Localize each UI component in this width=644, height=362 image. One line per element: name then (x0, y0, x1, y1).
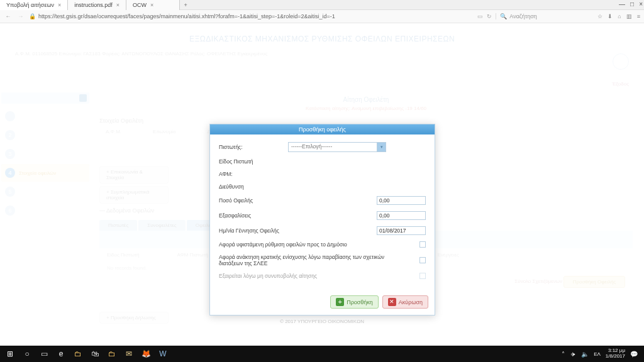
gov-logo (613, 53, 629, 70)
url-bar[interactable]: 🔒 https://test.gsis.gr/dsae/ocwrequest/f… (29, 13, 362, 19)
edge-icon[interactable]: e (53, 347, 69, 361)
word-icon[interactable]: W (155, 347, 170, 361)
add-debt-modal: Προσθήκη οφειλής Πιστωτής: ------Επιλογή… (209, 124, 435, 315)
system-tray: ˄ 🕩 🔈 ΕΛ 3:12 μμ 1/8/2017 💬 (562, 348, 641, 359)
explorer2-icon[interactable]: 🗀 (104, 347, 119, 361)
chevron-down-icon[interactable]: ▾ (377, 143, 386, 151)
nav-back-icon[interactable]: ← (4, 13, 13, 19)
taskview-icon[interactable]: ▭ (36, 347, 52, 361)
panel-debtor: Στοιχεία Οφειλέτη (99, 118, 633, 124)
lbl-gendate: Ημ/νία Γέννησης Οφειλής (219, 228, 288, 234)
tab-3-title: OCW (133, 2, 147, 8)
lbl-creditor: Πιστωτής: (219, 144, 288, 150)
nav-forward-icon[interactable]: → (16, 13, 25, 19)
tab-3-close-icon[interactable]: × (150, 2, 153, 8)
page-title: ΕΞΩΔΙΚΑΣΤΙΚΟΣ ΜΗΧΑΝΙΣΜΟΣ ΡΥΘΜΙΣΗΣ ΟΦΕΙΛΩ… (0, 23, 644, 48)
section-title: Αίτηση Οφειλέτη (99, 96, 633, 103)
logout-link[interactable]: Έξοδος (612, 81, 629, 87)
window-maximize-icon[interactable]: □ (630, 1, 634, 8)
windows-taskbar: ⊞ ○ ▭ e 🗀 🛍 🗀 ✉ 🦊 W ˄ 🕩 🔈 ΕΛ 3:12 μμ 1/8… (0, 346, 644, 362)
url-text: https://test.gsis.gr/dsae/ocwrequest/fac… (38, 13, 335, 19)
chk-state-aid[interactable] (419, 257, 426, 263)
lbl-afm: ΑΦΜ: (219, 171, 288, 177)
browser-tabstrip: Υποβολή αιτήσεων× instructions.pdf× OCW×… (0, 0, 644, 10)
sidebar-search[interactable] (1, 92, 89, 104)
gendate-input[interactable] (377, 226, 426, 235)
lbl-address: Διεύθυνση (219, 184, 288, 190)
search-box[interactable]: 🔍 Αναζήτηση (496, 13, 590, 19)
amount-input[interactable] (377, 196, 426, 205)
download-icon[interactable]: ⬇ (608, 13, 613, 19)
sidebar-icon[interactable]: ▥ (626, 13, 632, 19)
breadcrumb: Α.Φ.Μ. 011068525 Επώνυμο: ΓΑΣ183 Φορέας:… (0, 48, 644, 59)
wizard-sidebar: 2 3 4Στοιχεία οφειλών 5 6 (1, 92, 89, 221)
security-input[interactable] (377, 211, 426, 220)
lock-icon: 🔒 (29, 13, 36, 19)
modal-title: Προσθήκη οφειλής (210, 124, 435, 134)
step-4[interactable]: 4Στοιχεία οφειλών (1, 164, 89, 182)
store-icon[interactable]: 🛍 (87, 347, 103, 361)
close-icon (388, 298, 396, 306)
plus-icon (336, 298, 344, 306)
reader-icon[interactable]: ▭ (477, 13, 483, 19)
lbl-creditor-type: Είδος Πιστωτή (219, 158, 288, 165)
modal-cancel-button[interactable]: Ακύρωση (382, 295, 428, 309)
cortana-icon[interactable]: ○ (19, 347, 35, 361)
lbl-chk1: Αφορά υφιστάμενη ρύθμιση οφειλών προς το… (219, 241, 370, 248)
bookmark-icon[interactable]: ☆ (597, 13, 602, 19)
creditor-select[interactable]: ------Επιλογή------ ▾ (288, 142, 386, 152)
creditor-select-value: ------Επιλογή------ (291, 143, 332, 150)
chk-public-debt[interactable] (419, 241, 426, 248)
window-minimize-icon[interactable]: — (619, 1, 625, 8)
modal-cancel-label: Ακύρωση (399, 299, 423, 305)
tray-date: 1/8/2017 (606, 354, 625, 359)
tray-notifications-icon[interactable]: 💬 (630, 351, 638, 358)
browser-toolbar: ← → 🔒 https://test.gsis.gr/dsae/ocwreque… (0, 10, 644, 23)
window-close-icon[interactable]: × (639, 1, 643, 8)
reload-icon[interactable]: ↻ (487, 13, 492, 19)
step-5[interactable]: 5 (1, 183, 89, 200)
tab-1-title: Υποβολή αιτήσεων (6, 2, 54, 8)
tab-1[interactable]: Υποβολή αιτήσεων× (0, 0, 68, 10)
mail-icon[interactable]: ✉ (121, 347, 136, 361)
step-2[interactable]: 2 (1, 126, 89, 144)
menu-icon[interactable]: ≡ (637, 13, 640, 19)
lbl-amount: Ποσό Οφειλής (219, 197, 288, 204)
explorer-icon[interactable]: 🗀 (70, 347, 86, 361)
status-line: Κατάσταση αίτησης: Αναμονή επιβεβαίωσης … (99, 106, 633, 111)
firefox-icon[interactable]: 🦊 (138, 347, 153, 361)
tray-lang[interactable]: ΕΛ (594, 351, 601, 357)
search-icon: 🔍 (500, 13, 507, 19)
tray-clock[interactable]: 3:12 μμ 1/8/2017 (606, 348, 625, 359)
accordion-extra[interactable]: + Συμπληρωματικά στοιχεία (99, 186, 169, 204)
step-1[interactable] (1, 107, 89, 125)
tab-add-button[interactable]: + (180, 0, 191, 10)
modal-submit-button[interactable]: Προσθήκη (330, 295, 379, 309)
start-button[interactable]: ⊞ (3, 347, 18, 361)
tray-chevron-icon[interactable]: ˄ (562, 351, 565, 358)
chk-excluded (419, 273, 426, 279)
tab-2-title: instructions.pdf (74, 2, 113, 8)
tab-codebtors[interactable]: Συνοφειλέτες (138, 220, 185, 231)
tray-volume-icon[interactable]: 🔈 (581, 351, 589, 358)
step-3[interactable]: 3 (1, 145, 89, 163)
tab-creditors[interactable]: Πιστωτές (99, 220, 137, 231)
tab-3[interactable]: OCW× (126, 0, 180, 10)
accordion-contact[interactable]: + Επικοινωνία & Στοιχεία (99, 166, 169, 184)
tab-1-close-icon[interactable]: × (58, 2, 61, 8)
tab-2-close-icon[interactable]: × (116, 2, 119, 8)
modal-submit-label: Προσθήκη (347, 299, 373, 305)
page-footer: © 2017 ΥΠΟΥΡΓΕΙΟ ΟΙΚΟΝΟΜΙΚΩΝ (0, 319, 644, 324)
add-debt-button[interactable]: Προσθήκη Οφειλής (564, 276, 625, 288)
lbl-chk3: Εξαιρείται λόγω μη συνυποβολής αίτησης (219, 273, 370, 279)
lbl-chk2: Αφορά ανάκτηση κρατικής ενίσχυσης λόγω π… (219, 254, 400, 266)
step-6[interactable]: 6 (1, 202, 89, 219)
lbl-security: Εξασφαλίσεις (219, 212, 288, 219)
tray-network-icon[interactable]: 🕩 (570, 351, 576, 358)
tab-2[interactable]: instructions.pdf× (68, 0, 126, 10)
search-placeholder: Αναζήτηση (509, 13, 536, 19)
home-icon[interactable]: ⌂ (618, 13, 621, 19)
